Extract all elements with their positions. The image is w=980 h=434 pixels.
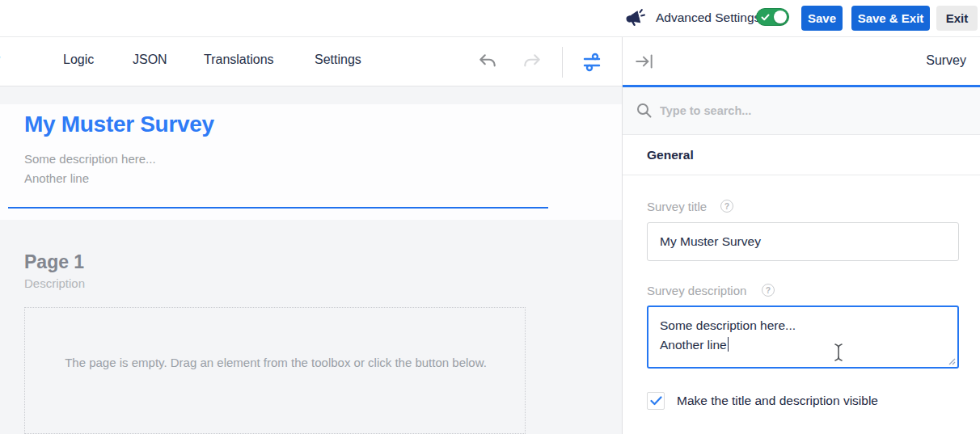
collapse-arrow-icon bbox=[634, 51, 655, 72]
survey-header-band[interactable]: My Muster Survey Some description here..… bbox=[0, 104, 622, 220]
save-and-exit-button[interactable]: Save & Exit bbox=[851, 6, 930, 31]
textarea-line: Another line bbox=[660, 335, 946, 355]
undo-button[interactable] bbox=[477, 50, 501, 74]
property-grid-panel: Survey General Survey title ? Survey des… bbox=[623, 37, 980, 434]
property-search-input[interactable] bbox=[660, 99, 967, 123]
redo-icon bbox=[522, 52, 543, 73]
megaphone-icon bbox=[623, 6, 647, 30]
advanced-settings-toggle[interactable] bbox=[756, 8, 789, 26]
property-panel-title: Survey bbox=[926, 53, 966, 68]
survey-title-input[interactable] bbox=[647, 222, 959, 261]
survey-title-help-icon[interactable]: ? bbox=[720, 200, 733, 213]
property-search-row bbox=[623, 87, 980, 135]
visibility-checkbox-label: Make the title and description visible bbox=[677, 394, 878, 408]
text-caret bbox=[728, 337, 729, 352]
survey-creator-app: Advanced Settings Save Save & Exit Exit … bbox=[0, 0, 980, 434]
creator-tab-strip: view Logic JSON Translations Settings bbox=[0, 37, 622, 86]
tab-settings[interactable]: Settings bbox=[315, 53, 361, 67]
collapse-panel-button[interactable] bbox=[634, 49, 658, 74]
survey-description-textarea[interactable]: Some description here... Another line bbox=[647, 305, 959, 369]
textarea-resize-handle[interactable] bbox=[948, 357, 956, 365]
checkbox-check-icon bbox=[650, 396, 662, 406]
survey-header-underline bbox=[8, 207, 548, 209]
toggle-check-icon bbox=[761, 13, 770, 22]
mouse-ibeam-cursor bbox=[833, 343, 844, 362]
visibility-checkbox-row[interactable]: Make the title and description visible bbox=[647, 392, 878, 410]
section-general-label: General bbox=[647, 148, 694, 162]
design-surface: My Muster Survey Some description here..… bbox=[0, 86, 622, 434]
theme-settings-button[interactable] bbox=[580, 50, 604, 74]
empty-page-dropzone[interactable]: The page is empty. Drag an element from … bbox=[24, 307, 526, 434]
toggle-knob bbox=[774, 11, 787, 23]
canvas-page-description[interactable]: Description bbox=[24, 276, 85, 290]
section-general[interactable]: General bbox=[623, 135, 980, 175]
survey-title-field-label: Survey title bbox=[647, 200, 707, 213]
redo-button[interactable] bbox=[522, 50, 546, 74]
survey-description-field-label: Survey description bbox=[647, 284, 746, 297]
property-panel-header: Survey bbox=[623, 37, 980, 85]
tab-translations[interactable]: Translations bbox=[204, 53, 274, 67]
toolbar-divider bbox=[562, 47, 563, 78]
top-action-bar: Advanced Settings Save Save & Exit Exit bbox=[0, 0, 980, 37]
tab-json[interactable]: JSON bbox=[133, 53, 167, 67]
tab-logic[interactable]: Logic bbox=[63, 53, 94, 67]
undo-icon bbox=[477, 52, 498, 73]
sliders-icon bbox=[580, 50, 604, 74]
visibility-checkbox[interactable] bbox=[647, 392, 665, 410]
survey-description-help-icon[interactable]: ? bbox=[762, 284, 775, 297]
save-button[interactable]: Save bbox=[801, 6, 843, 31]
advanced-settings-label: Advanced Settings bbox=[656, 11, 760, 25]
empty-page-message: The page is empty. Drag an element from … bbox=[49, 352, 502, 373]
search-icon bbox=[636, 102, 653, 120]
textarea-line: Some description here... bbox=[660, 316, 946, 335]
canvas-page-title[interactable]: Page 1 bbox=[24, 251, 84, 273]
canvas-survey-description[interactable]: Some description here... Another line bbox=[24, 150, 156, 188]
canvas-survey-title[interactable]: My Muster Survey bbox=[24, 112, 214, 137]
exit-button[interactable]: Exit bbox=[936, 6, 978, 31]
